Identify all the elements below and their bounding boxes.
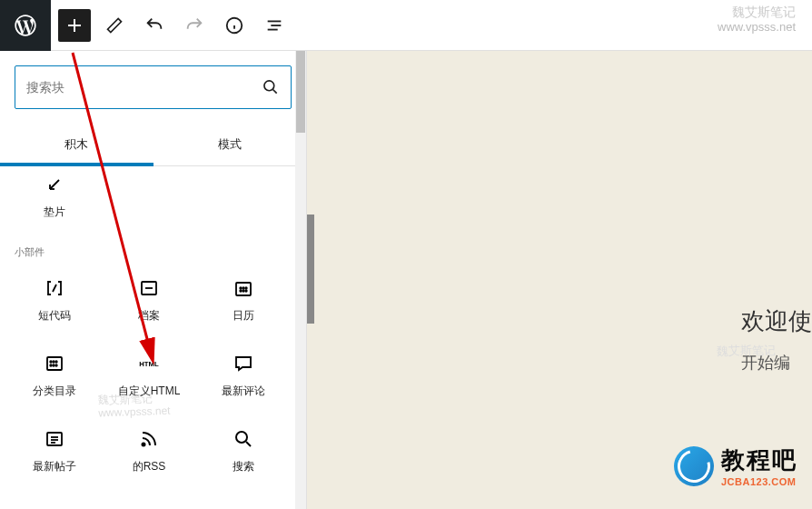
search-input[interactable] xyxy=(26,80,262,95)
block-categories[interactable]: 分类目录 xyxy=(7,338,102,414)
block-latest-posts[interactable]: 最新帖子 xyxy=(7,414,102,489)
svg-point-12 xyxy=(243,287,244,289)
tab-blocks[interactable]: 积木 xyxy=(0,124,153,165)
search-block-icon xyxy=(233,428,254,450)
canvas-scrollbar[interactable] xyxy=(307,215,314,324)
brand-icon xyxy=(674,446,714,486)
wordpress-logo[interactable] xyxy=(0,0,51,51)
svg-point-30 xyxy=(236,432,247,443)
inserter-scrollbar[interactable] xyxy=(295,51,306,509)
list-view-button[interactable] xyxy=(258,9,291,42)
block-latest-comments[interactable]: 最新评论 xyxy=(196,338,291,414)
svg-point-21 xyxy=(50,364,52,366)
svg-point-13 xyxy=(245,287,247,289)
search-icon xyxy=(262,78,280,96)
svg-text:HTML: HTML xyxy=(139,360,159,368)
calendar-icon xyxy=(233,277,254,299)
categories-icon xyxy=(44,353,65,374)
scrollbar-thumb[interactable] xyxy=(296,51,305,133)
canvas-content: 欢迎使 开始编 xyxy=(741,305,812,374)
section-widgets: 小部件 xyxy=(0,235,306,263)
main-area: 积木 模式 垫片 小部件 短代码 档案 xyxy=(0,51,812,509)
search-box[interactable] xyxy=(15,65,292,109)
svg-point-14 xyxy=(240,290,242,292)
watermark-top: 魏艾斯笔记 www.vpsss.net xyxy=(718,4,796,35)
block-shortcode[interactable]: 短代码 xyxy=(7,263,102,338)
redo-button[interactable] xyxy=(178,9,211,42)
editor-toolbar: 魏艾斯笔记 www.vpsss.net xyxy=(0,0,812,51)
rss-icon xyxy=(138,428,160,450)
blocks-panel[interactable]: 垫片 小部件 短代码 档案 日历 分类 xyxy=(0,166,306,509)
svg-point-18 xyxy=(50,361,52,363)
editor-canvas[interactable]: 欢迎使 开始编 魏艾斯笔记 教程吧 JCBA123.COM xyxy=(307,51,812,509)
canvas-heading: 欢迎使 xyxy=(741,305,812,337)
svg-point-11 xyxy=(240,287,242,289)
brand-logo: 教程吧 JCBA123.COM xyxy=(674,444,797,487)
comments-icon xyxy=(233,353,254,374)
html-icon: HTML xyxy=(138,353,160,374)
svg-point-16 xyxy=(245,290,247,292)
undo-button[interactable] xyxy=(138,9,171,42)
inserter-tabs: 积木 模式 xyxy=(0,124,306,166)
shortcode-icon xyxy=(44,277,65,299)
brand-name: 教程吧 xyxy=(721,444,797,476)
svg-line-31 xyxy=(246,442,251,446)
svg-point-23 xyxy=(55,364,57,366)
info-button[interactable] xyxy=(218,9,251,42)
block-label: 垫片 xyxy=(44,205,65,220)
add-block-button[interactable] xyxy=(58,9,91,42)
svg-line-7 xyxy=(273,90,277,94)
svg-point-19 xyxy=(53,361,54,363)
svg-point-15 xyxy=(243,290,244,292)
latest-posts-icon xyxy=(44,428,65,450)
svg-rect-17 xyxy=(47,357,62,370)
archives-icon xyxy=(138,277,160,299)
block-search[interactable]: 搜索 xyxy=(196,414,291,489)
block-rss[interactable]: 的RSS xyxy=(102,414,196,489)
watermark-mid: 魏艾斯笔记www.vpsss.net xyxy=(98,392,171,421)
svg-point-29 xyxy=(143,444,145,446)
block-inserter-panel: 积木 模式 垫片 小部件 短代码 档案 xyxy=(0,51,307,509)
block-spacer[interactable]: 垫片 xyxy=(7,166,102,235)
svg-point-22 xyxy=(53,364,54,366)
search-wrap xyxy=(0,51,306,124)
tab-patterns[interactable]: 模式 xyxy=(153,124,307,165)
svg-point-6 xyxy=(264,81,274,91)
spacer-icon xyxy=(44,174,65,195)
block-archives[interactable]: 档案 xyxy=(102,263,196,338)
svg-point-20 xyxy=(55,361,57,363)
edit-mode-button[interactable] xyxy=(98,9,131,42)
block-calendar[interactable]: 日历 xyxy=(196,263,291,338)
watermark-right: 魏艾斯笔记 xyxy=(717,343,776,358)
brand-url: JCBA123.COM xyxy=(721,476,797,487)
